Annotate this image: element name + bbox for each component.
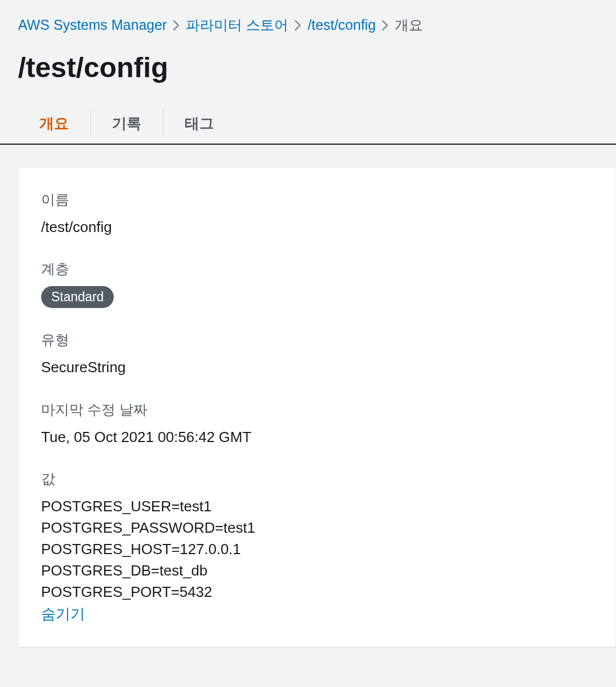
field-label-type: 유형 <box>41 331 593 349</box>
field-label-name: 이름 <box>41 190 593 209</box>
field-type: 유형 SecureString <box>41 331 593 377</box>
field-name: 이름 /test/config <box>41 190 593 237</box>
field-label-tier: 계층 <box>41 260 593 278</box>
page-title: /test/config <box>0 34 616 104</box>
chevron-right-icon <box>172 20 180 31</box>
tier-badge: Standard <box>41 286 114 308</box>
chevron-right-icon <box>294 20 302 31</box>
field-label-last-modified: 마지막 수정 날짜 <box>41 400 593 419</box>
breadcrumb-link-parameter-store[interactable]: 파라미터 스토어 <box>186 16 288 34</box>
tab-history[interactable]: 기록 <box>91 104 163 144</box>
chevron-right-icon <box>381 20 389 31</box>
field-value: 값 POSTGRES_USER=test1 POSTGRES_PASSWORD=… <box>41 470 593 624</box>
breadcrumb-link-test-config[interactable]: /test/config <box>307 17 376 33</box>
breadcrumb-current: 개요 <box>395 16 423 34</box>
tab-overview[interactable]: 개요 <box>18 104 90 144</box>
field-label-value: 값 <box>41 470 593 488</box>
field-tier: 계층 Standard <box>41 260 593 308</box>
hide-value-link[interactable]: 숨기기 <box>41 604 85 624</box>
field-value-name: /test/config <box>41 217 593 237</box>
detail-panel: 이름 /test/config 계층 Standard 유형 SecureStr… <box>18 167 616 647</box>
field-value-last-modified: Tue, 05 Oct 2021 00:56:42 GMT <box>41 427 593 447</box>
breadcrumb-link-aws-systems-manager[interactable]: AWS Systems Manager <box>18 17 167 33</box>
tabs: 개요 기록 태그 <box>0 104 616 145</box>
field-value-type: SecureString <box>41 357 593 377</box>
breadcrumb: AWS Systems Manager 파라미터 스토어 /test/confi… <box>0 0 616 34</box>
tab-tags[interactable]: 태그 <box>163 104 235 144</box>
field-last-modified: 마지막 수정 날짜 Tue, 05 Oct 2021 00:56:42 GMT <box>41 400 593 447</box>
field-value-value: POSTGRES_USER=test1 POSTGRES_PASSWORD=te… <box>41 496 593 603</box>
